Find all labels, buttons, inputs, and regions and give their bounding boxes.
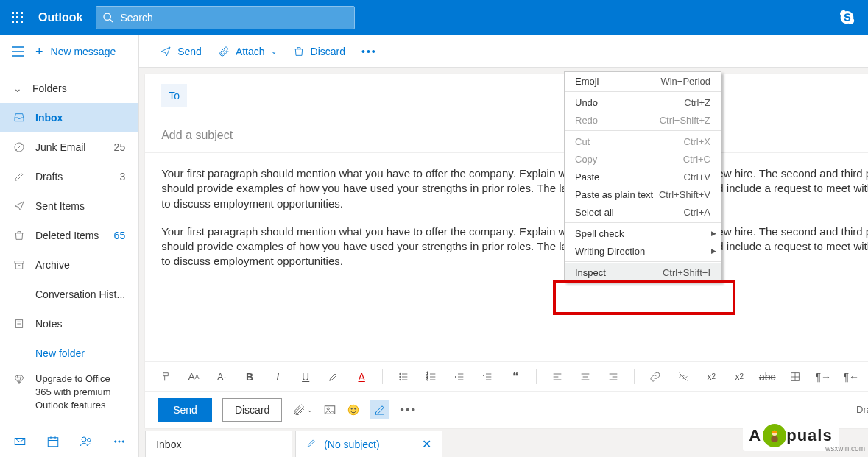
search-input[interactable] xyxy=(120,12,354,24)
table-icon[interactable] xyxy=(788,369,802,384)
rtl-icon[interactable]: ¶← xyxy=(844,369,858,384)
align-center-icon[interactable] xyxy=(578,369,593,384)
svg-line-58 xyxy=(680,372,688,380)
svg-rect-5 xyxy=(21,16,23,18)
sidebar-item-deleted[interactable]: Deleted Items65 xyxy=(0,221,138,250)
folders-toggle[interactable]: ⌄Folders xyxy=(0,74,138,103)
unlink-icon[interactable] xyxy=(676,369,691,384)
hamburger-button[interactable] xyxy=(0,35,35,68)
sidebar-item-notes[interactable]: Notes xyxy=(0,309,138,339)
svg-point-33 xyxy=(400,376,401,377)
context-menu-item[interactable]: PasteCtrl+V xyxy=(565,168,721,185)
svg-rect-6 xyxy=(12,21,14,23)
context-menu-item: CopyCtrl+C xyxy=(565,150,721,168)
close-icon[interactable]: ✕ xyxy=(422,437,431,451)
svg-point-26 xyxy=(82,437,86,442)
align-left-icon[interactable] xyxy=(550,369,565,384)
chevron-down-icon: ⌄ xyxy=(271,47,277,55)
plus-icon: + xyxy=(35,44,43,60)
tab-draft[interactable]: (No subject)✕ xyxy=(295,431,442,457)
svg-line-15 xyxy=(15,144,22,150)
svg-rect-68 xyxy=(772,436,778,442)
signature-action-icon[interactable] xyxy=(370,400,389,419)
app-launcher-button[interactable] xyxy=(0,0,35,35)
more-nav-button[interactable] xyxy=(106,428,133,455)
subject-row xyxy=(145,118,868,153)
body-paragraph: Your first paragraph should mention what… xyxy=(161,224,868,269)
image-action-icon[interactable] xyxy=(323,403,336,417)
font-size-shrink-icon[interactable]: A↓ xyxy=(214,369,229,384)
sidebar-item-junk[interactable]: Junk Email25 xyxy=(0,132,138,162)
bold-icon[interactable]: B xyxy=(242,369,257,384)
tab-inbox[interactable]: Inbox xyxy=(145,431,292,457)
folders-label: Folders xyxy=(32,82,67,94)
people-nav-button[interactable] xyxy=(73,428,99,455)
mail-nav-button[interactable] xyxy=(7,428,33,455)
font-color-icon[interactable]: A xyxy=(354,369,369,384)
skype-button[interactable] xyxy=(836,6,859,29)
highlight-icon[interactable] xyxy=(326,369,341,384)
context-menu-item[interactable]: Paste as plain textCtrl+Shift+V xyxy=(565,185,721,203)
discard-command[interactable]: Discard xyxy=(287,41,351,62)
outdent-icon[interactable] xyxy=(452,369,467,384)
superscript-icon[interactable]: x2 xyxy=(704,369,719,384)
trash-icon xyxy=(13,230,25,241)
quote-icon[interactable]: ❝ xyxy=(508,369,523,384)
svg-point-63 xyxy=(328,408,330,410)
context-menu-item[interactable]: Writing Direction xyxy=(565,242,721,260)
subject-input[interactable] xyxy=(161,129,868,142)
bullets-icon[interactable] xyxy=(396,369,411,384)
main-content: Send Attach⌄ Discard ••• To Cc Bcc Your … xyxy=(139,35,868,457)
format-painter-icon[interactable] xyxy=(158,369,173,384)
calendar-nav-button[interactable] xyxy=(40,428,66,455)
sidebar-item-conversation-history[interactable]: Conversation Hist... xyxy=(0,280,138,309)
link-icon[interactable] xyxy=(648,369,663,384)
context-menu-item[interactable]: UndoCtrl+Z xyxy=(565,93,721,111)
ltr-icon[interactable]: ¶→ xyxy=(816,369,830,384)
to-button[interactable]: To xyxy=(161,84,187,107)
new-folder-link[interactable]: New folder xyxy=(0,339,138,368)
new-message-label: New message xyxy=(51,46,116,57)
numbered-icon[interactable]: 123 xyxy=(424,369,439,384)
context-menu-item[interactable]: EmojiWin+Period xyxy=(565,72,721,90)
context-menu-item[interactable]: InspectCtrl+Shift+I xyxy=(565,263,721,281)
pencil-icon xyxy=(13,171,25,183)
sidebar-bottom-nav xyxy=(0,425,138,457)
font-size-grow-icon[interactable]: AA xyxy=(186,369,201,384)
sidebar-item-sent[interactable]: Sent Items xyxy=(0,191,138,221)
subscript-icon[interactable]: x2 xyxy=(732,369,747,384)
discard-button[interactable]: Discard xyxy=(222,398,282,422)
context-menu-item[interactable]: Select allCtrl+A xyxy=(565,203,721,221)
more-actions-icon[interactable]: ••• xyxy=(400,403,417,417)
format-toolbar: AA A↓ B I U A 123 ❝ x2 xyxy=(145,361,868,391)
svg-rect-1 xyxy=(16,12,18,14)
strikethrough-icon[interactable]: abc xyxy=(760,369,775,384)
sidebar-item-archive[interactable]: Archive xyxy=(0,250,138,280)
attach-command[interactable]: Attach⌄ xyxy=(212,41,283,62)
underline-icon[interactable]: U xyxy=(298,369,313,384)
search-box[interactable] xyxy=(96,6,355,29)
sidebar-item-inbox[interactable]: Inbox xyxy=(0,103,138,132)
to-row: To Cc Bcc xyxy=(145,74,868,118)
italic-icon[interactable]: I xyxy=(270,369,285,384)
attach-action-icon[interactable]: ⌄ xyxy=(292,403,313,417)
more-command[interactable]: ••• xyxy=(356,41,383,62)
new-message-button[interactable]: +New message xyxy=(35,44,116,60)
sidebar: +New message ⌄Folders Inbox Junk Email25… xyxy=(0,35,139,457)
send-button[interactable]: Send xyxy=(158,398,212,422)
upgrade-link[interactable]: Upgrade to Office 365 with premium Outlo… xyxy=(0,368,138,417)
indent-icon[interactable] xyxy=(480,369,495,384)
svg-point-31 xyxy=(400,373,401,374)
context-menu-item[interactable]: Spell check xyxy=(565,224,721,242)
svg-point-65 xyxy=(351,408,353,409)
sidebar-item-drafts[interactable]: Drafts3 xyxy=(0,162,138,191)
emoji-action-icon[interactable] xyxy=(347,403,360,417)
svg-text:3: 3 xyxy=(427,378,429,381)
send-command[interactable]: Send xyxy=(154,41,208,62)
context-menu: EmojiWin+PeriodUndoCtrl+ZRedoCtrl+Shift+… xyxy=(564,71,721,282)
pencil-icon xyxy=(306,438,317,450)
align-right-icon[interactable] xyxy=(606,369,621,384)
search-icon xyxy=(96,12,120,24)
svg-rect-0 xyxy=(12,12,14,14)
message-body[interactable]: Your first paragraph should mention what… xyxy=(145,153,868,361)
